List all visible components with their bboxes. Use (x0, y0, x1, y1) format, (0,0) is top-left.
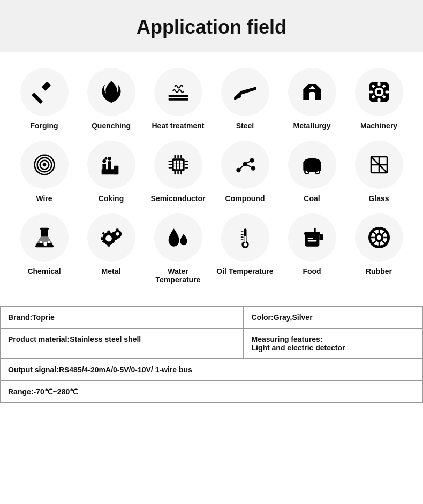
icon-circle-chemical (20, 213, 69, 262)
icon-circle-metal (87, 213, 135, 262)
quenching-icon (98, 79, 125, 105)
svg-rect-96 (304, 232, 320, 235)
specs-row-output: Output signal:RS485/4-20mA/0-5V/0-10V/ 1… (1, 359, 423, 381)
coal-label: Coal (304, 194, 320, 203)
svg-rect-31 (173, 161, 183, 170)
header-section: Application field (0, 0, 423, 52)
icon-item-quenching: Quenching (82, 68, 141, 130)
svg-rect-93 (240, 239, 243, 240)
icon-item-steel: Steel (216, 68, 275, 130)
icon-circle-coking (87, 141, 135, 189)
icon-item-glass: Glass (350, 141, 409, 203)
svg-rect-3 (168, 98, 188, 101)
svg-point-103 (376, 235, 381, 240)
svg-point-81 (116, 232, 119, 236)
chemical-icon (31, 224, 58, 251)
svg-point-10 (376, 90, 381, 94)
icon-item-semiconductor: Semiconductor (149, 141, 208, 203)
icon-circle-forging (20, 68, 69, 116)
water-temperature-label: Water Temperature (149, 267, 208, 284)
forging-label: Forging (30, 121, 58, 130)
icon-circle-metallurgy (288, 68, 336, 116)
heat-treatment-label: Heat treatment (152, 121, 204, 130)
metallurgy-icon (299, 79, 326, 105)
icon-item-machinery: Machinery (350, 68, 409, 130)
svg-rect-82 (116, 228, 118, 231)
brand-cell: Brand:Toprie (1, 307, 244, 329)
specs-row-brand-color: Brand:Toprie Color:Gray,Silver (1, 307, 423, 329)
svg-rect-2 (168, 95, 188, 97)
icon-item-coal: Coal (283, 141, 342, 203)
food-label: Food (303, 267, 321, 276)
semiconductor-icon (165, 151, 192, 178)
icons-section: Forging Quenching (0, 52, 423, 300)
icon-item-metal: Metal (82, 213, 141, 276)
svg-rect-84 (112, 233, 114, 235)
icon-circle-heat-treatment (154, 68, 202, 116)
svg-rect-6 (309, 92, 315, 100)
svg-rect-0 (41, 81, 51, 91)
svg-rect-43 (180, 171, 182, 175)
icon-circle-steel (221, 68, 269, 116)
specs-row-material-measuring: Product material:Stainless steel shell M… (1, 329, 423, 359)
icon-circle-food (288, 213, 336, 262)
icon-item-oil-temperature: Oil Temperature (216, 213, 275, 276)
icon-circle-machinery (355, 68, 403, 116)
measuring-cell: Measuring features: Light and electric d… (244, 329, 423, 359)
wire-label: Wire (36, 194, 52, 203)
svg-rect-74 (101, 237, 104, 240)
svg-rect-73 (107, 243, 110, 247)
svg-line-54 (245, 164, 253, 168)
svg-rect-36 (184, 164, 188, 165)
icon-item-compound: Compound (216, 141, 275, 203)
icon-item-forging: Forging (15, 68, 74, 130)
svg-line-52 (238, 164, 245, 170)
oil-temperature-icon (232, 224, 259, 251)
svg-point-67 (39, 241, 42, 243)
svg-rect-39 (177, 155, 179, 159)
svg-rect-99 (307, 240, 316, 242)
svg-rect-41 (174, 171, 176, 175)
svg-point-68 (43, 242, 47, 246)
range-cell: Range:-70℃~280℃ (1, 381, 423, 403)
svg-rect-72 (107, 231, 110, 234)
svg-rect-95 (319, 234, 323, 240)
machinery-label: Machinery (360, 121, 397, 130)
svg-rect-13 (369, 91, 373, 94)
icon-item-metallurgy: Metallurgy (283, 68, 342, 130)
icons-row-3: Chemical (11, 213, 412, 284)
icon-circle-water-temperature (154, 213, 202, 262)
material-cell: Product material:Stainless steel shell (1, 329, 244, 359)
measuring-label: Measuring features: (251, 335, 322, 343)
steel-label: Steel (236, 121, 254, 130)
coal-icon (299, 151, 326, 178)
svg-rect-91 (240, 234, 243, 235)
color-cell: Color:Gray,Silver (244, 307, 423, 329)
svg-point-27 (104, 157, 107, 160)
icon-circle-oil-temperature (221, 213, 269, 262)
glass-label: Glass (368, 194, 389, 203)
svg-point-69 (47, 241, 50, 243)
machinery-icon (366, 79, 392, 105)
oil-temperature-label: Oil Temperature (216, 267, 273, 276)
icons-row-2: Wire Coking (11, 141, 412, 203)
steel-icon (232, 79, 259, 105)
svg-point-26 (108, 157, 111, 161)
food-icon (299, 224, 326, 251)
svg-rect-11 (377, 82, 380, 86)
svg-point-71 (105, 235, 112, 242)
coking-label: Coking (99, 194, 124, 203)
svg-rect-40 (180, 155, 182, 159)
icon-circle-rubber (355, 213, 403, 262)
svg-rect-61 (307, 171, 318, 172)
icon-circle-quenching (87, 68, 135, 116)
svg-rect-33 (168, 164, 172, 165)
svg-rect-42 (177, 171, 179, 175)
svg-point-88 (243, 243, 247, 247)
icon-item-food: Food (283, 213, 342, 276)
rubber-label: Rubber (366, 267, 392, 276)
specs-row-range: Range:-70℃~280℃ (1, 381, 423, 403)
svg-marker-4 (234, 87, 256, 97)
svg-rect-34 (168, 167, 172, 169)
measuring-value: Light and electric detector (251, 343, 345, 352)
